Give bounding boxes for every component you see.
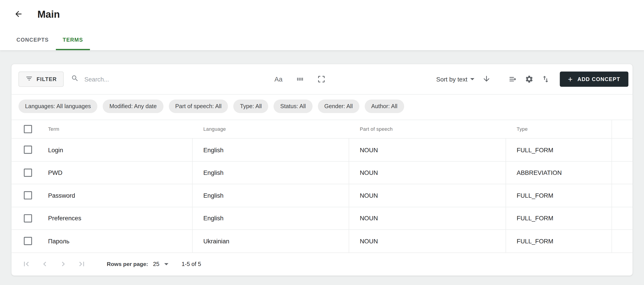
language-cell: English [192,161,349,184]
terms-table: Term Language Part of speech Type Login … [12,120,632,252]
term-text: Password [48,192,75,199]
pos-cell: NOUN [349,139,506,161]
search-option-icons: Aa [274,64,326,94]
rows-per-page-select[interactable]: 25 [153,260,168,267]
term-text: PWD [48,169,62,176]
pos-cell: NOUN [349,184,506,207]
chevron-down-icon [470,78,474,80]
type-cell: FULL_FORM [506,207,612,229]
first-page-icon[interactable] [22,259,31,269]
header-spacer-cell [612,120,633,138]
chip-modified[interactable]: Modified: Any date [103,99,163,113]
term-cell: PWD [12,161,192,184]
pos-cell: NOUN [349,207,506,229]
search-box [71,74,225,84]
search-icon [71,74,79,84]
chip-gender[interactable]: Gender: All [318,99,359,113]
type-cell: FULL_FORM [506,139,612,161]
chip-status[interactable]: Status: All [274,99,312,113]
row-spacer-cell [612,184,633,207]
pagination-range: 1-5 of 5 [182,260,201,267]
language-cell: English [192,184,349,207]
arrow-left-icon [14,14,23,20]
column-header-language: Language [192,120,349,138]
filter-button[interactable]: FILTER [18,72,64,87]
toolbar-right-group: Sort by text [436,72,628,87]
row-checkbox[interactable] [24,191,32,200]
term-cell: Password [12,184,192,207]
search-input[interactable] [84,75,225,83]
add-concept-label: ADD CONCEPT [577,76,620,82]
term-cell: Login [12,139,192,161]
page: Main CONCEPTS TERMS FILTER [0,0,644,285]
tab-terms[interactable]: TERMS [56,31,90,50]
content-area: FILTER Aa [0,50,644,275]
term-cell: Preferences [12,207,192,229]
chip-author[interactable]: Author: All [365,99,404,113]
select-all-checkbox[interactable] [24,125,32,133]
pos-cell: NOUN [349,230,506,252]
next-page-icon[interactable] [58,259,68,269]
pos-cell: NOUN [349,161,506,184]
type-cell: FULL_FORM [506,184,612,207]
filter-button-label: FILTER [36,76,57,82]
language-cell: Ukrainian [192,230,349,252]
barcode-icon[interactable] [295,74,305,84]
term-cell: Пароль [12,230,192,252]
table-row[interactable]: Login English NOUN FULL_FORM [12,138,632,161]
crop-free-icon[interactable] [316,74,326,84]
table-row[interactable]: Password English NOUN FULL_FORM [12,184,632,207]
row-spacer-cell [612,161,633,184]
row-spacer-cell [612,207,633,229]
lines-arrow-icon[interactable] [508,74,518,84]
table-row[interactable]: Preferences English NOUN FULL_FORM [12,207,632,229]
back-button[interactable] [13,9,24,20]
sort-by-label: Sort by text [436,76,467,83]
table-row[interactable]: PWD English NOUN ABBREVIATION [12,161,632,184]
arrow-down-icon [482,74,491,84]
card-toolbar: FILTER Aa [12,64,632,94]
row-checkbox[interactable] [24,146,32,154]
filter-icon [26,75,33,84]
plus-icon: + [568,75,573,83]
column-header-type: Type [506,120,612,138]
type-cell: FULL_FORM [506,230,612,252]
chip-languages[interactable]: Languages: All languages [18,99,98,113]
table-header-row: Term Language Part of speech Type [12,120,632,138]
chevron-down-icon [164,263,168,265]
chip-type[interactable]: Type: All [234,99,268,113]
tab-bar: CONCEPTS TERMS [10,31,90,50]
row-spacer-cell [612,139,633,161]
header-term-cell: Term [12,120,192,138]
match-case-icon[interactable]: Aa [274,74,283,84]
filter-chips-row: Languages: All languages Modified: Any d… [12,94,632,120]
tab-concepts[interactable]: CONCEPTS [10,31,56,50]
type-cell: ABBREVIATION [506,161,612,184]
previous-page-icon[interactable] [40,259,50,269]
add-concept-button[interactable]: + ADD CONCEPT [560,72,628,87]
row-checkbox[interactable] [24,169,32,177]
column-header-pos: Part of speech [349,120,506,138]
chip-part-of-speech[interactable]: Part of speech: All [168,99,228,113]
top-bar: Main CONCEPTS TERMS [0,0,644,50]
language-cell: English [192,139,349,161]
rows-per-page-value: 25 [153,260,160,267]
sort-direction-button[interactable] [482,74,492,84]
sort-by-dropdown[interactable]: Sort by text [436,76,474,83]
swap-vert-icon[interactable] [541,74,551,84]
column-header-term: Term [48,126,59,132]
row-spacer-cell [612,230,633,252]
page-title: Main [37,8,60,21]
terms-card: FILTER Aa [11,64,633,276]
row-checkbox[interactable] [24,214,32,222]
term-text: Login [48,146,63,153]
last-page-icon[interactable] [77,259,86,269]
rows-per-page-label: Rows per page: [107,261,148,267]
language-cell: English [192,207,349,229]
term-text: Пароль [48,237,70,244]
pagination-bar: Rows per page: 25 1-5 of 5 [12,252,632,275]
gear-icon[interactable] [524,74,534,84]
table-row[interactable]: Пароль Ukrainian NOUN FULL_FORM [12,229,632,252]
term-text: Preferences [48,215,82,222]
row-checkbox[interactable] [24,237,32,245]
